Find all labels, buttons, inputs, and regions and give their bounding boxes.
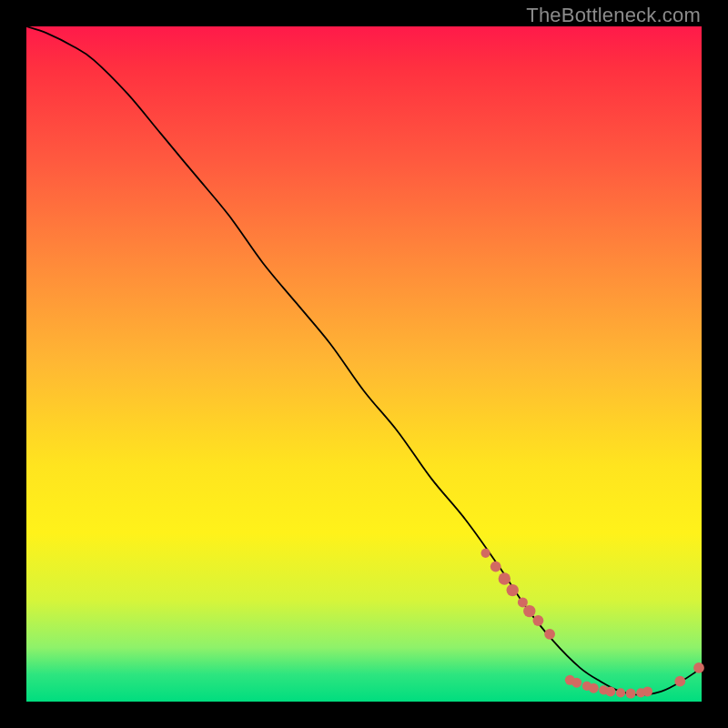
data-marker (674, 676, 685, 687)
data-marker (605, 686, 615, 696)
data-marker (642, 686, 652, 696)
data-marker (533, 615, 544, 626)
watermark-text: TheBottleneck.com (526, 4, 701, 27)
data-marker (589, 683, 599, 693)
bottleneck-line (26, 26, 702, 695)
plot-area (26, 26, 702, 702)
data-marker (616, 688, 625, 697)
data-marker (499, 572, 511, 584)
data-marker (523, 605, 535, 617)
data-marker (544, 629, 555, 640)
data-marker (626, 689, 636, 699)
data-marker (571, 678, 581, 688)
data-marker (490, 561, 501, 572)
data-marker (693, 662, 704, 673)
data-marker (518, 597, 528, 607)
data-marker (507, 584, 519, 596)
data-marker (481, 549, 490, 558)
bottleneck-curve-svg (26, 26, 702, 702)
chart-frame: TheBottleneck.com (0, 0, 728, 728)
